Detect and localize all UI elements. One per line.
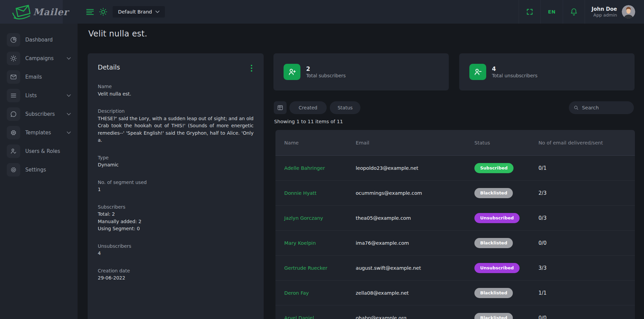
page-title: Velit nulla est. — [88, 29, 147, 38]
status-badge: Blacklisted — [474, 188, 513, 198]
subscriber-name-link[interactable]: Jazlyn Gorczany — [284, 215, 356, 221]
delivered-count: 0/3 — [538, 215, 626, 221]
filter-status-label: Status — [338, 105, 353, 110]
field-label: Unsubscribers — [98, 243, 254, 250]
column-header-email[interactable]: Email — [356, 140, 474, 145]
sidebar-item-label: Campaigns — [25, 55, 62, 61]
field-value: THESE?' said the Lory, with a sudden lea… — [98, 115, 254, 144]
subscriber-email: leopoldo23@example.net — [356, 165, 474, 171]
detail-field-subscribers: Subscribers Total: 2 Manually added: 2 U… — [98, 204, 254, 233]
field-value: Using Segment: 0 — [98, 225, 254, 233]
status-badge: Blacklisted — [474, 288, 513, 298]
subscriber-email: zella08@example.net — [356, 290, 474, 296]
sidebar-toggle-icon[interactable] — [86, 9, 94, 15]
sidebar-item-lists[interactable]: Lists — [0, 86, 78, 105]
column-header-delivered[interactable]: No of email delivered/sent — [538, 140, 626, 145]
logo-envelope-icon — [11, 3, 32, 21]
brand-selector-label: Default Brand — [118, 9, 152, 15]
subscriber-email: thea05@example.com — [356, 215, 474, 221]
search-input[interactable] — [581, 105, 631, 111]
chevron-down-icon — [155, 10, 159, 13]
table-row: Jazlyn Gorczany thea05@example.com Unsub… — [275, 205, 635, 230]
stat-card-unsubscribers: 4 Total unsubscribers — [459, 53, 635, 90]
chevron-down-icon — [67, 113, 71, 115]
user-name: John Doe — [592, 6, 617, 12]
table-row: Donnie Hyatt ocummings@example.com Black… — [275, 180, 635, 205]
field-value: Manually added: 2 — [98, 218, 254, 225]
table-header-row: Name Email Status No of email delivered/… — [275, 130, 635, 155]
status-badge: Unsubscribed — [474, 213, 520, 223]
stat-label: Total subscribers — [306, 73, 346, 79]
subscriber-email: august.swift@example.net — [356, 265, 474, 271]
subscriber-name-link[interactable]: Mary Koelpin — [284, 240, 356, 246]
field-value: Dynamic — [98, 161, 254, 169]
filter-status-button[interactable]: Status — [330, 101, 360, 114]
fullscreen-icon — [526, 8, 533, 16]
table-row: Mary Koelpin ima76@example.com Blacklist… — [275, 230, 635, 255]
details-card-title: Details — [98, 63, 120, 71]
field-value: 1 — [98, 186, 254, 193]
chevron-down-icon — [67, 131, 71, 134]
logo-text: Mailer — [33, 7, 68, 17]
field-label: Creation date — [98, 267, 254, 275]
sidebar-item-emails[interactable]: Emails — [0, 68, 78, 86]
sidebar-item-label: Dashboard — [25, 37, 71, 43]
showing-items-text: Showing 1 to 11 items of 11 — [274, 119, 343, 124]
sidebar-item-label: Subscribers — [25, 111, 62, 117]
notifications-button[interactable] — [563, 0, 585, 24]
stat-value: 4 — [492, 65, 537, 73]
brand-selector[interactable]: Default Brand — [113, 6, 165, 18]
subscriber-name-link[interactable]: Gertrude Ruecker — [284, 265, 356, 271]
field-value: Total: 2 — [98, 211, 254, 218]
sidebar-item-label: Users & Roles — [25, 148, 71, 154]
sidebar-item-label: Settings — [25, 167, 71, 173]
bell-icon — [570, 8, 578, 16]
stat-label: Total unsubscribers — [492, 73, 537, 79]
field-value: 29-06-2022 — [98, 274, 254, 282]
user-plus-icon — [284, 64, 300, 80]
language-selector[interactable]: EN — [541, 0, 562, 24]
sidebar-item-campaigns[interactable]: Campaigns — [0, 49, 78, 68]
topbar: Mailer Default Brand EN — [0, 0, 644, 24]
delivered-count: 0/0 — [538, 240, 626, 246]
columns-icon — [277, 104, 284, 111]
detail-field-name: Name Velit nulla est. — [98, 83, 254, 98]
column-header-name[interactable]: Name — [284, 140, 356, 145]
sidebar-item-settings[interactable]: Settings — [0, 160, 78, 179]
avatar[interactable] — [622, 5, 635, 19]
subscriber-name-link[interactable]: Adelle Bahringer — [284, 165, 356, 171]
delivered-count: 1/1 — [538, 290, 626, 296]
field-label: No. of segment used — [98, 179, 254, 186]
sidebar-item-subscribers[interactable]: Subscribers — [0, 105, 78, 123]
detail-field-segments: No. of segment used 1 — [98, 179, 254, 193]
filter-created-label: Created — [299, 105, 317, 110]
theme-toggle-sun-icon[interactable] — [99, 8, 107, 16]
sidebar-item-templates[interactable]: Templates — [0, 123, 78, 142]
sidebar-item-users-roles[interactable]: Users & Roles — [0, 142, 78, 160]
envelope-icon — [7, 70, 20, 84]
chevron-down-icon — [67, 57, 71, 60]
detail-field-unsubscribers: Unsubscribers 4 — [98, 243, 254, 257]
campaigns-sun-icon — [7, 52, 20, 65]
status-badge: Blacklisted — [474, 238, 513, 248]
subscriber-name-link[interactable]: Deron Fay — [284, 290, 356, 296]
user-check-icon — [7, 144, 20, 158]
filter-created-button[interactable]: Created — [289, 101, 327, 114]
sidebar-item-dashboard[interactable]: Dashboard — [0, 30, 78, 49]
subscribers-table: Name Email Status No of email delivered/… — [275, 130, 635, 319]
status-badge: Subscribed — [474, 163, 514, 173]
field-label: Subscribers — [98, 204, 254, 211]
details-actions-menu-icon[interactable] — [250, 63, 254, 73]
user-menu[interactable]: John Doe App admin — [585, 6, 622, 18]
fullscreen-button[interactable] — [519, 0, 540, 24]
column-settings-button[interactable] — [274, 101, 287, 114]
search-icon — [574, 105, 579, 111]
gear-icon — [7, 163, 20, 177]
column-header-status[interactable]: Status — [474, 140, 538, 145]
logo[interactable]: Mailer — [0, 0, 63, 24]
subscriber-name-link[interactable]: Donnie Hyatt — [284, 190, 356, 196]
delivered-count: 0/0 — [538, 315, 626, 319]
subscriber-name-link[interactable]: Arvel Daniel — [284, 315, 356, 319]
field-label: Description — [98, 108, 254, 115]
field-label: Type — [98, 154, 254, 162]
